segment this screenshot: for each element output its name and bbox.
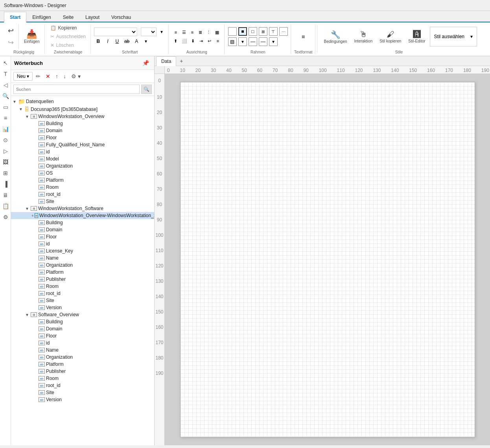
font-family-select[interactable]: [94, 28, 137, 36]
align-options-btn[interactable]: ⋮: [205, 28, 213, 36]
tab-seite[interactable]: Seite: [57, 12, 79, 22]
dict-pin-btn[interactable]: 📌: [140, 58, 151, 68]
tree-wws-rootid[interactable]: ab root_id: [11, 290, 154, 297]
delete-button[interactable]: ✕ Löschen: [48, 41, 88, 49]
list-btn[interactable]: ≡: [214, 37, 222, 45]
tool-grid[interactable]: ⊞: [0, 168, 11, 178]
tree-wwo-rootid[interactable]: ab root_id: [11, 191, 154, 198]
box-all-btn[interactable]: ■: [238, 27, 247, 36]
tree-wwo[interactable]: ▼ ⊞ WindowsWorkstation_Overview: [11, 113, 154, 120]
tree-wws-building[interactable]: ab Building: [11, 219, 154, 226]
tree-wws-publisher[interactable]: ab Publisher: [11, 276, 154, 283]
italic-button[interactable]: I: [103, 37, 112, 46]
tool-image[interactable]: 🖼: [0, 157, 11, 167]
indent-btn[interactable]: ⇥: [197, 37, 205, 45]
tree-wwo-fqhn[interactable]: ab Fully_Qualified_Host_Name: [11, 141, 154, 148]
add-tab-button[interactable]: +: [177, 56, 186, 66]
tool-cursor[interactable]: ↖: [0, 58, 11, 68]
tree-wwo-site[interactable]: ab Site: [11, 198, 154, 205]
box-outer-btn[interactable]: □: [249, 27, 257, 36]
fill-btn[interactable]: ▨: [228, 37, 237, 46]
tree-so-name[interactable]: ab Name: [11, 347, 154, 354]
valign-top-btn[interactable]: ⬆: [172, 37, 180, 45]
tree-so-org[interactable]: ab Organization: [11, 354, 154, 361]
tool-list[interactable]: ≡: [0, 113, 11, 123]
strikethrough-button[interactable]: ab: [122, 37, 131, 46]
tree-so-publisher[interactable]: ab Publisher: [11, 368, 154, 375]
dict-up-btn[interactable]: ↑: [53, 72, 60, 81]
style-editor-button[interactable]: 🅰 Stil-Editor: [405, 28, 428, 45]
tree-so[interactable]: ▼ ⊞ Software_Overview: [11, 311, 154, 318]
tree-wwo-room[interactable]: ab Room: [11, 184, 154, 191]
tree-join-node[interactable]: + ⊞ WindowsWorkstation_Overview-WindowsW…: [11, 212, 154, 219]
tree-wwo-id[interactable]: ab id: [11, 148, 154, 155]
tool-monitor[interactable]: 🖥: [0, 190, 11, 200]
tab-einfuegen[interactable]: Einfügen: [26, 12, 57, 22]
tool-gauge[interactable]: ⊙: [0, 135, 11, 145]
tree-wws-id[interactable]: ab id: [11, 240, 154, 247]
cut-button[interactable]: ✂ Ausschneiden: [48, 33, 88, 41]
underline-button[interactable]: U: [113, 37, 122, 46]
tree-so-site[interactable]: ab Site: [11, 389, 154, 396]
dict-edit-btn[interactable]: ✏: [34, 72, 42, 81]
tree-wws[interactable]: ▼ ⊞ WindowsWorkstation_Software: [11, 205, 154, 212]
tree-so-floor[interactable]: ab Floor: [11, 332, 154, 339]
style-selector[interactable]: Stil auswählen ▾: [430, 27, 477, 46]
tree-so-rootid[interactable]: ab root_id: [11, 382, 154, 389]
interaction-button[interactable]: 🖱 Interaktion: [352, 28, 376, 45]
tree-wws-version[interactable]: ab Version: [11, 304, 154, 311]
search-input[interactable]: [13, 85, 140, 94]
dict-down-btn[interactable]: ↓: [61, 72, 68, 81]
tool-shapes[interactable]: ▭: [0, 102, 11, 112]
border-style-btn[interactable]: —: [259, 37, 267, 46]
tree-wws-licensekey[interactable]: ab License_Key: [11, 247, 154, 254]
tree-docusnap365[interactable]: ▼ 🗄 Docusnap365 [Ds365Database]: [11, 105, 154, 113]
align-center-btn[interactable]: ☰: [180, 28, 188, 36]
tree-wwo-org[interactable]: ab Organization: [11, 162, 154, 170]
tree-wws-platform[interactable]: ab Platform: [11, 269, 154, 276]
tree-wwo-floor[interactable]: ab Floor: [11, 134, 154, 141]
tree-wws-domain[interactable]: ab Domain: [11, 226, 154, 233]
bold-button[interactable]: B: [94, 37, 103, 46]
tree-view[interactable]: ▼ 📁 Datenquellen ▼ 🗄 Docusnap365 [Ds365D…: [11, 96, 154, 445]
align-left-btn[interactable]: ≡: [172, 28, 180, 36]
textformat-btn[interactable]: ▦: [297, 33, 309, 40]
tab-layout[interactable]: Layout: [79, 12, 105, 22]
insert-button[interactable]: 📥 Einfügen: [21, 28, 42, 45]
search-button[interactable]: 🔍: [141, 85, 152, 94]
valign-middle-btn[interactable]: ⬜: [180, 37, 189, 45]
tree-datasources[interactable]: ▼ 📁 Datenquellen: [11, 98, 154, 105]
font-dropdown-btn[interactable]: ▾: [157, 28, 166, 36]
tree-so-platform[interactable]: ab Platform: [11, 361, 154, 368]
tool-subform[interactable]: 📋: [0, 201, 11, 211]
redo-button[interactable]: ↪: [6, 37, 16, 48]
tool-text[interactable]: T: [0, 69, 11, 79]
tree-so-room[interactable]: ab Room: [11, 375, 154, 382]
tree-wwo-building[interactable]: ab Building: [11, 120, 154, 127]
tool-zoom[interactable]: 🔍: [0, 91, 11, 101]
tab-vorschau[interactable]: Vorschau: [105, 12, 137, 22]
tree-wws-room[interactable]: ab Room: [11, 283, 154, 290]
tree-wws-name[interactable]: ab Name: [11, 254, 154, 262]
tree-so-domain[interactable]: ab Domain: [11, 325, 154, 332]
box-inner-btn[interactable]: ⊞: [259, 27, 267, 36]
dict-delete-btn[interactable]: ✕: [44, 72, 52, 81]
fill-dropdown[interactable]: ▾: [238, 37, 247, 46]
conditions-button[interactable]: 🔧 Bedingungen: [321, 28, 350, 45]
tool-chart[interactable]: 📊: [0, 124, 11, 134]
valign-bottom-btn[interactable]: ⬇: [189, 37, 197, 45]
tool-barcode[interactable]: ▐: [0, 179, 11, 189]
tree-so-building[interactable]: ab Building: [11, 318, 154, 325]
align-more-btn[interactable]: ▦: [213, 28, 221, 36]
tree-wws-org[interactable]: ab Organization: [11, 262, 154, 269]
dict-settings-btn[interactable]: ⚙ ▾: [69, 72, 83, 81]
tab-start[interactable]: Start: [4, 12, 26, 22]
undo-button[interactable]: ↩: [6, 25, 16, 36]
tool-back[interactable]: ◁: [0, 80, 11, 90]
font-size-select[interactable]: [141, 28, 157, 36]
tree-wwo-os[interactable]: ab OS: [11, 170, 154, 177]
tree-wwo-platform[interactable]: ab Platform: [11, 177, 154, 184]
font-color-button[interactable]: A: [132, 37, 141, 46]
font-color-dropdown[interactable]: ▾: [142, 37, 150, 46]
border-color-btn[interactable]: —: [249, 37, 257, 46]
